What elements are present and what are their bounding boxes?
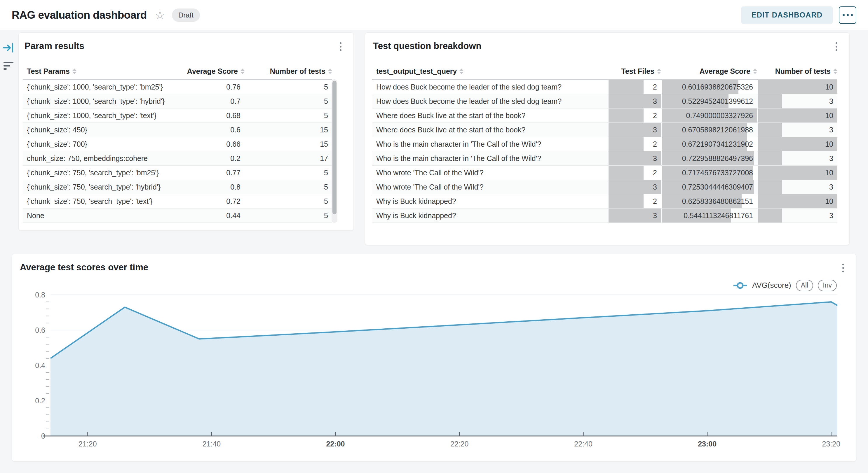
table-row: Who wrote 'The Call of the Wild'?20.7174… [372, 166, 837, 180]
num-tests-cell: 10 [758, 194, 837, 208]
avg-score-cell: 0.8 [175, 180, 245, 194]
test-files-cell: 2 [609, 137, 661, 151]
avg-score-cell: 0.72 [175, 194, 245, 208]
x-axis-tick-label: 21:40 [203, 440, 221, 448]
table-row: How does Buck become the leader of the s… [372, 94, 837, 108]
x-axis-tick-label: 23:20 [822, 440, 840, 448]
table-row: Who is the main character in 'The Call o… [372, 137, 837, 151]
num-tests-cell: 3 [758, 94, 837, 108]
table-row: None0.445 [23, 208, 332, 223]
column-header-average-score[interactable]: Average Score [175, 67, 245, 75]
favorite-star-icon[interactable]: ☆ [155, 10, 165, 21]
test-files-cell: 3 [609, 94, 661, 108]
num-tests-cell: 10 [758, 80, 837, 94]
card-title: Test question breakdown [373, 41, 481, 51]
column-header-test-files[interactable]: Test Files [609, 67, 661, 75]
num-tests-cell: 15 [245, 123, 332, 137]
num-tests-cell: 15 [245, 137, 332, 151]
num-tests-cell: 5 [245, 80, 332, 94]
param-cell: None [23, 208, 175, 223]
param-cell: {'chunk_size': 1000, 'search_type': 'tex… [23, 108, 175, 123]
avg-score-cell: 0.2 [175, 151, 245, 165]
table-row: chunk_size: 750, embeddings:cohere0.217 [23, 151, 332, 166]
dashboard-page: RAG evaluation dashboard ☆ Draft EDIT DA… [0, 0, 868, 473]
column-header-average-score[interactable]: Average Score [662, 67, 757, 75]
param-cell: {'chunk_size': 700} [23, 137, 175, 151]
num-tests-cell: 5 [245, 194, 332, 208]
num-tests-cell: 3 [758, 151, 837, 165]
query-cell: Who wrote 'The Call of the Wild'? [372, 166, 608, 180]
scores-chart-card: Average test scores over time AVG(score)… [12, 254, 856, 462]
num-tests-cell: 5 [245, 94, 332, 108]
data-bar [609, 80, 644, 94]
filter-icon[interactable] [3, 61, 14, 71]
collapse-panel-icon[interactable] [3, 42, 14, 53]
data-bar [758, 208, 782, 223]
table-row: {'chunk_size': 750, 'search_type': 'text… [23, 194, 332, 208]
param-cell: {'chunk_size': 750, 'search_type': 'bm25… [23, 166, 175, 180]
data-bar [758, 123, 782, 137]
table-row: Who wrote 'The Call of the Wild'?30.7253… [372, 180, 837, 194]
question-breakdown-card: Test question breakdown test_output_test… [365, 32, 849, 245]
dashboard-header: RAG evaluation dashboard ☆ Draft EDIT DA… [0, 0, 868, 30]
column-header-number-of-tests[interactable]: Number of tests [245, 67, 332, 75]
status-badge: Draft [172, 8, 200, 22]
test-files-cell: 3 [609, 151, 661, 165]
sort-icon [328, 69, 332, 74]
data-bar [609, 194, 644, 208]
num-tests-cell: 5 [245, 108, 332, 123]
param-table-body: {'chunk_size': 1000, 'search_type': 'bm2… [23, 80, 332, 223]
num-tests-cell: 10 [758, 108, 837, 123]
avg-score-cell: 0.6016938820675326 [662, 80, 757, 94]
avg-score-cell: 0.44 [175, 208, 245, 223]
param-cell: {'chunk_size': 450} [23, 123, 175, 137]
avg-score-cell: 0.7229588826497396 [662, 151, 757, 165]
num-tests-cell: 5 [245, 180, 332, 194]
table-scrollbar[interactable] [332, 79, 337, 223]
column-header-number-of-tests[interactable]: Number of tests [758, 67, 837, 75]
sort-icon [657, 69, 661, 74]
query-cell: How does Buck become the leader of the s… [372, 94, 608, 108]
query-cell: Why is Buck kidnapped? [372, 194, 608, 208]
table-row: Where does Buck live at the start of the… [372, 108, 837, 123]
breakdown-table-body: How does Buck become the leader of the s… [372, 80, 837, 223]
x-axis-tick-label: 22:20 [451, 440, 469, 448]
table-row: {'chunk_size': 450}0.615 [23, 123, 332, 137]
column-header-test-params[interactable]: Test Params [23, 67, 175, 75]
table-row: Why is Buck kidnapped?30.544111324681176… [372, 208, 837, 223]
test-files-cell: 2 [609, 166, 661, 180]
table-row: {'chunk_size': 1000, 'search_type': 'tex… [23, 108, 332, 123]
num-tests-cell: 17 [245, 151, 332, 165]
num-tests-cell: 3 [758, 180, 837, 194]
x-axis-tick-label: 23:00 [698, 440, 716, 448]
test-files-cell: 3 [609, 208, 661, 223]
edit-dashboard-button[interactable]: EDIT DASHBOARD [741, 6, 833, 24]
sort-icon [459, 69, 463, 74]
avg-score-cell: 0.77 [175, 166, 245, 180]
avg-score-cell: 0.7174576733727008 [662, 166, 757, 180]
avg-score-cell: 0.7 [175, 94, 245, 108]
sort-icon [241, 69, 245, 74]
table-row: {'chunk_size': 1000, 'search_type': 'hyb… [23, 94, 332, 108]
test-files-cell: 2 [609, 80, 661, 94]
data-bar [609, 137, 644, 151]
query-cell: Who is the main character in 'The Call o… [372, 151, 608, 165]
query-cell: Why is Buck kidnapped? [372, 208, 608, 223]
table-row: {'chunk_size': 750, 'search_type': 'hybr… [23, 180, 332, 194]
y-axis-tick-label: 0.8 [35, 291, 45, 299]
scrollbar-thumb[interactable] [333, 81, 337, 214]
breakdown-card-kebab-button[interactable] [831, 40, 842, 53]
header-actions: EDIT DASHBOARD [741, 6, 856, 24]
table-row: Where does Buck live at the start of the… [372, 123, 837, 137]
query-cell: Who wrote 'The Call of the Wild'? [372, 180, 608, 194]
num-tests-cell: 10 [758, 137, 837, 151]
x-axis-tick-label: 22:00 [326, 440, 345, 448]
table-row: {'chunk_size': 700}0.6615 [23, 137, 332, 151]
table-row: How does Buck become the leader of the s… [372, 80, 837, 94]
param-card-kebab-button[interactable] [335, 40, 346, 53]
param-cell: {'chunk_size': 1000, 'search_type': 'hyb… [23, 94, 175, 108]
column-header-test-output-test-query[interactable]: test_output_test_query [372, 67, 608, 75]
header-kebab-button[interactable] [839, 6, 856, 24]
card-title: Param results [25, 41, 84, 51]
y-axis-tick-label: 0.6 [35, 326, 45, 334]
